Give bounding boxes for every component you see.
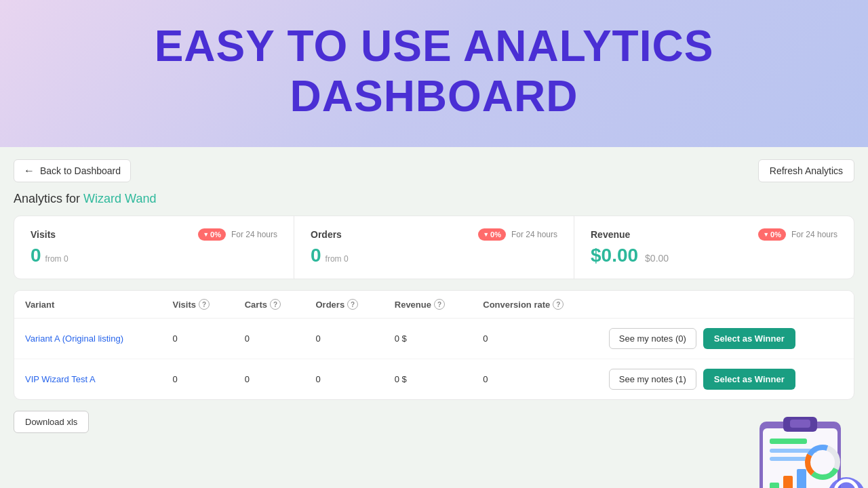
conversion-help-icon[interactable]: ? bbox=[553, 299, 564, 310]
orders-card: Orders 0% For 24 hours 0 from 0 bbox=[294, 216, 574, 279]
back-arrow-icon: ← bbox=[24, 165, 35, 177]
svg-rect-7 bbox=[770, 483, 779, 488]
svg-rect-6 bbox=[770, 457, 810, 461]
visits-header: Visits 0% For 24 hours bbox=[31, 228, 277, 241]
analytics-prefix: Analytics for bbox=[14, 192, 80, 205]
row0-revenue: 0 $ bbox=[384, 319, 473, 359]
visits-help-icon[interactable]: ? bbox=[199, 299, 210, 310]
orders-meta: 0% For 24 hours bbox=[478, 228, 557, 241]
row1-orders: 0 bbox=[304, 359, 383, 400]
orders-header: Orders 0% For 24 hours bbox=[311, 228, 557, 241]
carts-help-icon[interactable]: ? bbox=[270, 299, 281, 310]
back-button[interactable]: ← Back to Dashboard bbox=[14, 159, 131, 182]
orders-value: 0 from 0 bbox=[311, 245, 557, 266]
table-row: Variant A (Original listing) 0 0 0 0 $ 0… bbox=[14, 319, 854, 359]
top-bar: ← Back to Dashboard Refresh Analytics bbox=[14, 159, 854, 182]
row1-visits: 0 bbox=[162, 359, 234, 400]
row0-action-cell: See my notes (0) Select as Winner bbox=[609, 328, 843, 349]
stats-row: Visits 0% For 24 hours 0 from 0 Orders 0… bbox=[14, 216, 854, 279]
main-content: ← Back to Dashboard Refresh Analytics An… bbox=[0, 147, 868, 488]
visits-value: 0 from 0 bbox=[31, 245, 277, 266]
revenue-card: Revenue 0% For 24 hours $0.00 $0.00 bbox=[574, 216, 854, 279]
row1-notes-button[interactable]: See my notes (1) bbox=[609, 369, 696, 390]
th-carts: Carts ? bbox=[234, 291, 305, 319]
visits-badge: 0% bbox=[198, 228, 226, 241]
orders-badge: 0% bbox=[478, 228, 506, 241]
refresh-label: Refresh Analytics bbox=[770, 165, 843, 176]
row0-orders: 0 bbox=[304, 319, 383, 359]
visits-period: For 24 hours bbox=[231, 230, 277, 239]
row1-variant: VIP Wizard Test A bbox=[14, 359, 162, 400]
th-visits: Visits ? bbox=[162, 291, 234, 319]
variant-a-link[interactable]: Variant A (Original listing) bbox=[25, 333, 123, 344]
row0-visits: 0 bbox=[162, 319, 234, 359]
th-actions bbox=[598, 291, 854, 319]
row1-actions: See my notes (1) Select as Winner bbox=[598, 359, 854, 400]
orders-number: 0 bbox=[311, 245, 321, 266]
revenue-header: Revenue 0% For 24 hours bbox=[591, 228, 837, 241]
table-row: VIP Wizard Test A 0 0 0 0 $ 0 See my not… bbox=[14, 359, 854, 400]
th-conversion: Conversion rate ? bbox=[472, 291, 598, 319]
svg-rect-4 bbox=[770, 439, 807, 444]
row0-winner-button[interactable]: Select as Winner bbox=[703, 328, 795, 349]
row0-actions: See my notes (0) Select as Winner bbox=[598, 319, 854, 359]
hero-title: EASY TO USE ANALYTICS DASHBOARD bbox=[14, 22, 854, 121]
variants-table: Variant Visits ? Carts ? bbox=[14, 291, 854, 399]
visits-meta: 0% For 24 hours bbox=[198, 228, 277, 241]
svg-rect-9 bbox=[797, 469, 806, 488]
orders-from: from 0 bbox=[326, 254, 349, 264]
orders-help-icon[interactable]: ? bbox=[347, 299, 358, 310]
revenue-period: For 24 hours bbox=[791, 230, 837, 239]
revenue-prev: $0.00 bbox=[645, 253, 669, 264]
visits-card: Visits 0% For 24 hours 0 from 0 bbox=[14, 216, 294, 279]
row1-conversion: 0 bbox=[472, 359, 598, 400]
visits-label: Visits bbox=[31, 229, 56, 240]
revenue-label: Revenue bbox=[591, 229, 630, 240]
th-revenue: Revenue ? bbox=[384, 291, 473, 319]
table-header-row: Variant Visits ? Carts ? bbox=[14, 291, 854, 319]
analytics-title: Analytics for Wizard Wand bbox=[14, 192, 854, 206]
row0-variant: Variant A (Original listing) bbox=[14, 319, 162, 359]
row1-carts: 0 bbox=[234, 359, 305, 400]
refresh-analytics-button[interactable]: Refresh Analytics bbox=[758, 159, 854, 182]
illustration bbox=[732, 405, 868, 488]
row0-notes-button[interactable]: See my notes (0) bbox=[609, 328, 696, 349]
revenue-meta: 0% For 24 hours bbox=[758, 228, 837, 241]
row1-action-cell: See my notes (1) Select as Winner bbox=[609, 369, 843, 390]
row1-revenue: 0 $ bbox=[384, 359, 473, 400]
th-variant: Variant bbox=[14, 291, 162, 319]
variant-b-link[interactable]: VIP Wizard Test A bbox=[25, 374, 96, 384]
svg-rect-8 bbox=[783, 476, 793, 488]
visits-number: 0 bbox=[31, 245, 41, 266]
svg-rect-3 bbox=[790, 420, 810, 428]
visits-from: from 0 bbox=[45, 254, 68, 264]
revenue-number: $0.00 bbox=[591, 245, 638, 266]
orders-label: Orders bbox=[311, 229, 342, 240]
revenue-badge: 0% bbox=[758, 228, 786, 241]
download-xls-button[interactable]: Download xls bbox=[14, 411, 89, 433]
revenue-help-icon[interactable]: ? bbox=[434, 299, 445, 310]
variants-table-container: Variant Visits ? Carts ? bbox=[14, 290, 854, 400]
row0-conversion: 0 bbox=[472, 319, 598, 359]
back-label: Back to Dashboard bbox=[40, 165, 121, 176]
row1-winner-button[interactable]: Select as Winner bbox=[703, 369, 795, 390]
clipboard-analytics-icon bbox=[746, 405, 868, 488]
revenue-value: $0.00 $0.00 bbox=[591, 245, 837, 266]
product-name: Wizard Wand bbox=[83, 192, 156, 205]
orders-period: For 24 hours bbox=[511, 230, 557, 239]
row0-carts: 0 bbox=[234, 319, 305, 359]
hero-section: EASY TO USE ANALYTICS DASHBOARD bbox=[0, 0, 868, 147]
th-orders: Orders ? bbox=[304, 291, 383, 319]
